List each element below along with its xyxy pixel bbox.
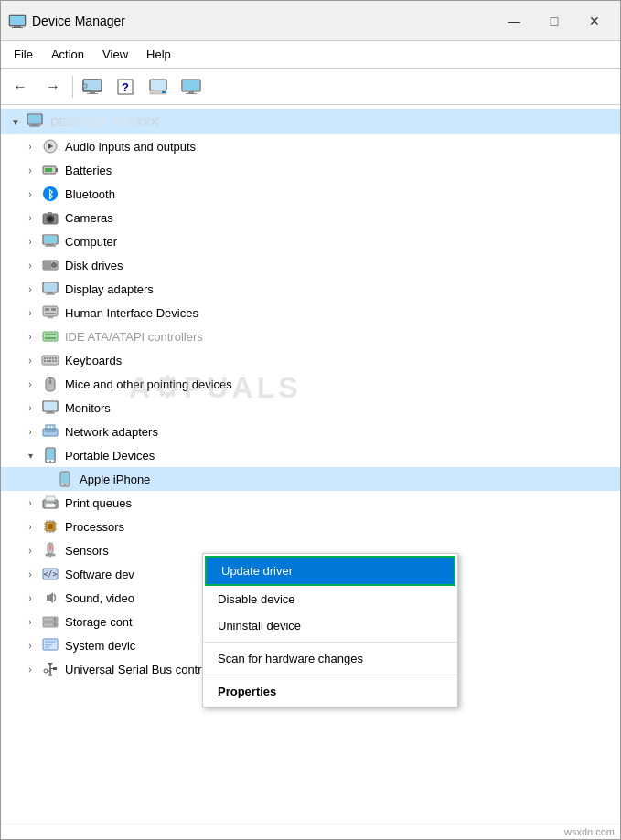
cameras-expand-icon[interactable]: › — [23, 210, 37, 225]
monitors-expand-icon[interactable]: › — [23, 400, 37, 415]
svg-rect-55 — [47, 357, 48, 359]
title-bar: Device Manager — □ ✕ — [1, 1, 620, 41]
batteries-expand-icon[interactable]: › — [23, 163, 37, 177]
root-tree-item[interactable]: ▼ DESKTOP-XXXXXX — [1, 109, 620, 134]
network-label: Network adapters — [63, 425, 158, 439]
hid-expand-icon[interactable]: › — [23, 305, 37, 320]
print-expand-icon[interactable]: › — [23, 495, 37, 510]
svg-rect-50 — [43, 332, 58, 341]
tree-view[interactable]: A⚙PUALS ▼ DESKTOP-XXXXXX › — [1, 105, 620, 824]
sound-expand-icon[interactable]: › — [23, 590, 37, 605]
display-expand-icon[interactable]: › — [23, 282, 37, 296]
mice-label: Mice and other pointing devices — [63, 377, 232, 391]
svg-rect-76 — [47, 449, 54, 460]
svg-rect-84 — [46, 504, 55, 507]
forward-button[interactable]: → — [37, 72, 69, 101]
svg-rect-16 — [183, 80, 199, 90]
minimize-button[interactable]: — — [496, 6, 532, 36]
processors-label: Processors — [63, 520, 124, 534]
processors-icon — [41, 517, 59, 536]
audio-expand-icon[interactable]: › — [23, 139, 37, 154]
tree-item-ide[interactable]: › IDE ATA/ATAPI controllers — [1, 324, 620, 348]
svg-rect-103 — [50, 556, 51, 558]
back-button[interactable]: ← — [5, 72, 36, 101]
sensors-expand-icon[interactable]: › — [23, 543, 37, 558]
tree-item-keyboards[interactable]: › Keyboards — [1, 348, 620, 372]
tree-item-processors[interactable]: › Proces — [1, 515, 620, 538]
computer-icon — [41, 232, 59, 250]
svg-rect-61 — [52, 360, 54, 362]
tree-item-batteries[interactable]: › Batteries — [1, 158, 620, 182]
svg-rect-17 — [188, 91, 194, 93]
tree-item-print[interactable]: › Print queues — [1, 491, 620, 515]
menu-action[interactable]: Action — [42, 44, 93, 65]
tree-item-iphone[interactable]: Apple iPhone — [1, 467, 620, 491]
disk-expand-icon[interactable]: › — [23, 258, 37, 272]
root-expand-icon[interactable]: ▼ — [8, 114, 23, 129]
mice-expand-icon[interactable]: › — [23, 377, 37, 391]
svg-rect-48 — [45, 313, 56, 314]
menu-help[interactable]: Help — [137, 44, 180, 65]
tree-item-network[interactable]: › Network adapters — [1, 420, 620, 443]
svg-rect-33 — [48, 212, 52, 215]
svg-rect-27 — [45, 168, 52, 172]
system-label: System devic — [63, 639, 135, 653]
root-label: DESKTOP-XXXXXX — [48, 115, 158, 129]
bluetooth-label: Bluetooth — [63, 187, 115, 201]
processors-expand-icon[interactable]: › — [23, 519, 37, 534]
usb-expand-icon[interactable]: › — [23, 662, 37, 676]
software-expand-icon[interactable]: › — [23, 567, 37, 581]
tree-item-audio[interactable]: › Audio inputs and outputs — [1, 134, 620, 158]
system-expand-icon[interactable]: › — [23, 638, 37, 653]
tree-item-portable[interactable]: ▾ Portable Devices — [1, 443, 620, 467]
ctx-uninstall-device[interactable]: Uninstall device — [203, 612, 457, 639]
svg-rect-81 — [64, 472, 67, 473]
bluetooth-expand-icon[interactable]: › — [23, 186, 37, 201]
menu-view[interactable]: View — [93, 44, 137, 65]
monitor-button[interactable] — [176, 72, 207, 101]
iphone-icon — [56, 470, 74, 488]
tree-item-mice[interactable]: › Mice and other pointing devices — [1, 372, 620, 396]
tree-item-display[interactable]: › Display adapters — [1, 277, 620, 301]
svg-point-119 — [44, 669, 48, 673]
svg-rect-56 — [49, 357, 51, 359]
computer-expand-icon[interactable]: › — [23, 234, 37, 249]
svg-rect-42 — [44, 283, 57, 292]
print-icon — [41, 494, 59, 512]
close-button[interactable]: ✕ — [576, 6, 613, 36]
ctx-disable-device[interactable]: Disable device — [203, 586, 457, 612]
ctx-update-driver[interactable]: Update driver — [205, 556, 455, 586]
svg-rect-35 — [44, 236, 57, 243]
tree-item-cameras[interactable]: › Cameras — [1, 206, 620, 229]
tree-item-hid[interactable]: › Human Interface Devices — [1, 301, 620, 324]
svg-rect-114 — [45, 647, 49, 649]
network-icon — [41, 422, 59, 441]
storage-expand-icon[interactable]: › — [23, 614, 37, 629]
svg-rect-26 — [56, 168, 58, 172]
network-expand-icon[interactable]: › — [23, 424, 37, 439]
tree-item-bluetooth[interactable]: › ᛒ Bluetooth — [1, 182, 620, 206]
maximize-button[interactable]: □ — [536, 6, 573, 36]
help-button[interactable]: ? — [110, 72, 141, 101]
portable-expand-icon[interactable]: ▾ — [23, 448, 37, 463]
svg-text:ᛒ: ᛒ — [48, 188, 54, 201]
ide-label: IDE ATA/ATAPI controllers — [63, 330, 203, 344]
keyboards-label: Keyboards — [63, 354, 122, 367]
tree-item-computer[interactable]: › Computer — [1, 229, 620, 253]
window-controls[interactable]: — □ ✕ — [496, 6, 613, 36]
svg-rect-7 — [87, 93, 98, 94]
menu-file[interactable]: File — [5, 44, 42, 65]
ctx-scan-hardware[interactable]: Scan for hardware changes — [203, 645, 457, 672]
svg-rect-60 — [47, 360, 51, 362]
svg-rect-22 — [29, 126, 40, 127]
bluetooth-icon: ᛒ — [41, 185, 59, 203]
keyboards-expand-icon[interactable]: › — [23, 353, 37, 367]
ctx-properties[interactable]: Properties — [203, 678, 457, 705]
toolbar-separator-1 — [72, 76, 73, 98]
tree-item-disk[interactable]: › Disk drives — [1, 253, 620, 277]
tree-item-monitors[interactable]: › Monitors — [1, 396, 620, 420]
properties-button[interactable] — [143, 72, 174, 101]
ide-expand-icon[interactable]: › — [23, 329, 37, 344]
show-devices-button[interactable] — [77, 72, 108, 101]
svg-rect-21 — [31, 124, 38, 126]
